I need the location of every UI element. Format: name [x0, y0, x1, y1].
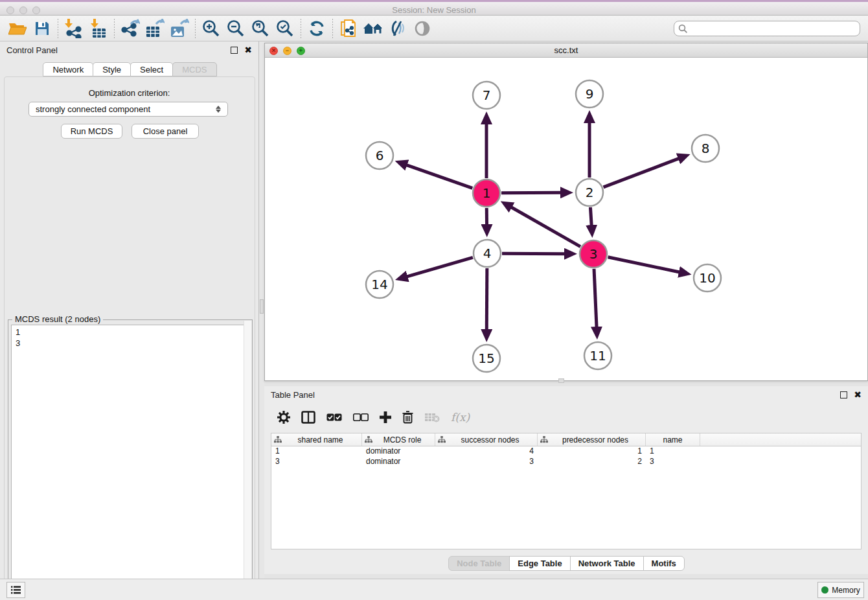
- tab-select[interactable]: Select: [130, 62, 173, 76]
- table-settings-button[interactable]: [277, 411, 290, 424]
- horizontal-splitter-handle[interactable]: [558, 378, 564, 383]
- cell-successor-nodes[interactable]: 4: [435, 446, 538, 457]
- edge-3-10[interactable]: [608, 257, 680, 272]
- edge-4-14[interactable]: [407, 257, 473, 276]
- visual-toggle-button[interactable]: [385, 17, 410, 40]
- edge-4-3[interactable]: [502, 253, 565, 254]
- refresh-layout-button[interactable]: [304, 17, 329, 40]
- cell-MCDS-role[interactable]: dominator: [362, 446, 435, 457]
- network-graph[interactable]: 7968124314101511: [265, 58, 867, 380]
- zoom-selected-icon: [276, 19, 294, 38]
- cell-successor-nodes[interactable]: 3: [435, 457, 538, 467]
- edge-1-6[interactable]: [407, 165, 473, 189]
- float-table-panel-icon[interactable]: [840, 391, 847, 398]
- criterion-select[interactable]: strongly connected component: [29, 102, 228, 117]
- column-header-name[interactable]: name: [646, 433, 700, 446]
- trash-icon: [402, 411, 413, 424]
- title-bar: Session: New Session: [0, 0, 868, 16]
- tab-style[interactable]: Style: [93, 62, 131, 76]
- column-header-predecessor-nodes[interactable]: predecessor nodes: [538, 433, 646, 446]
- table-row[interactable]: 1dominator411: [271, 446, 861, 457]
- add-column-button[interactable]: [380, 411, 391, 423]
- node-7[interactable]: 7: [473, 82, 500, 109]
- column-header-successor-nodes[interactable]: successor nodes: [435, 433, 538, 446]
- save-session-button[interactable]: [30, 17, 54, 40]
- network-window: ✕ − + scc.txt 7968124314101511: [264, 43, 868, 381]
- cell-name[interactable]: 1: [646, 446, 700, 457]
- network-window-titlebar[interactable]: ✕ − + scc.txt: [265, 43, 867, 58]
- delete-table-button[interactable]: [424, 412, 440, 422]
- memory-button[interactable]: Memory: [817, 582, 864, 598]
- task-history-button[interactable]: [6, 582, 25, 598]
- node-table[interactable]: shared nameMCDS rolesuccessor nodesprede…: [271, 433, 862, 549]
- node-2[interactable]: 2: [576, 179, 603, 206]
- close-table-panel-icon[interactable]: ✖: [854, 391, 862, 398]
- table-rows: 1dominator4113dominator323: [271, 446, 861, 467]
- select-all-button[interactable]: [326, 413, 342, 422]
- tab-node-table[interactable]: Node Table: [448, 556, 510, 571]
- node-15[interactable]: 15: [473, 345, 500, 372]
- zoom-selected-button[interactable]: [273, 17, 297, 40]
- cell-MCDS-role[interactable]: dominator: [362, 457, 435, 467]
- edge-3-11[interactable]: [594, 269, 597, 327]
- node-10[interactable]: 10: [694, 264, 721, 292]
- node-1[interactable]: 1: [473, 179, 500, 207]
- tab-network[interactable]: Network: [43, 62, 93, 76]
- edge-1-2[interactable]: [501, 192, 561, 193]
- cell-predecessor-nodes[interactable]: 2: [538, 457, 646, 467]
- tab-network-table[interactable]: Network Table: [570, 556, 644, 571]
- network-document-button[interactable]: [336, 17, 361, 40]
- node-4[interactable]: 4: [474, 240, 501, 267]
- show-columns-button[interactable]: [301, 411, 315, 424]
- node-label: 14: [371, 277, 387, 292]
- tab-mcds[interactable]: MCDS: [172, 62, 216, 76]
- zoom-fit-button[interactable]: [248, 17, 273, 40]
- edge-3-1[interactable]: [511, 207, 580, 247]
- run-mcds-button[interactable]: Run MCDS: [61, 124, 122, 139]
- eye-button[interactable]: [410, 17, 435, 40]
- cell-shared-name[interactable]: 3: [271, 457, 362, 467]
- open-session-button[interactable]: [5, 17, 30, 40]
- export-network-button[interactable]: [118, 17, 143, 40]
- edge-2-8[interactable]: [604, 159, 679, 187]
- cell-shared-name[interactable]: 1: [271, 446, 362, 457]
- column-header-shared-name[interactable]: shared name: [271, 433, 362, 446]
- export-image-button[interactable]: [167, 17, 192, 40]
- network-canvas[interactable]: 7968124314101511: [265, 58, 867, 380]
- node-6[interactable]: 6: [366, 142, 393, 169]
- node-label: 7: [483, 87, 491, 103]
- node-8[interactable]: 8: [692, 135, 719, 162]
- node-9[interactable]: 9: [576, 80, 603, 108]
- close-panel-button[interactable]: Close panel: [131, 124, 199, 139]
- node-3[interactable]: 3: [580, 240, 607, 268]
- cell-name[interactable]: 3: [646, 457, 700, 467]
- table-row[interactable]: 3dominator323: [271, 457, 861, 467]
- float-panel-icon[interactable]: [231, 47, 238, 54]
- edge-2-3[interactable]: [590, 207, 591, 225]
- node-11[interactable]: 11: [584, 342, 611, 369]
- home-button[interactable]: [361, 17, 385, 40]
- cell-predecessor-nodes[interactable]: 1: [538, 446, 646, 457]
- export-table-button[interactable]: [143, 17, 167, 40]
- delete-table-icon: [424, 412, 440, 422]
- node-label: 3: [589, 246, 598, 262]
- result-scrollbar[interactable]: [244, 321, 251, 600]
- apply-function-button[interactable]: f(x): [451, 411, 470, 424]
- node-14[interactable]: 14: [366, 271, 393, 298]
- delete-column-button[interactable]: [402, 411, 413, 424]
- deselect-all-button[interactable]: [353, 413, 369, 422]
- edge-4-15[interactable]: [486, 268, 487, 330]
- mcds-result-text[interactable]: 1 3: [11, 325, 249, 600]
- import-table-button[interactable]: [86, 17, 111, 40]
- main-toolbar: [0, 16, 868, 41]
- zoom-in-button[interactable]: [199, 17, 223, 40]
- import-network-button[interactable]: [62, 17, 86, 40]
- tab-edge-table[interactable]: Edge Table: [509, 556, 570, 571]
- close-panel-icon[interactable]: ✖: [244, 47, 252, 54]
- import-table-icon: [90, 19, 107, 38]
- vertical-splitter-handle[interactable]: [260, 299, 264, 314]
- column-header-MCDS-role[interactable]: MCDS role: [362, 433, 435, 446]
- zoom-out-button[interactable]: [223, 17, 248, 40]
- tab-motifs[interactable]: Motifs: [643, 556, 685, 571]
- search-input[interactable]: [674, 21, 860, 36]
